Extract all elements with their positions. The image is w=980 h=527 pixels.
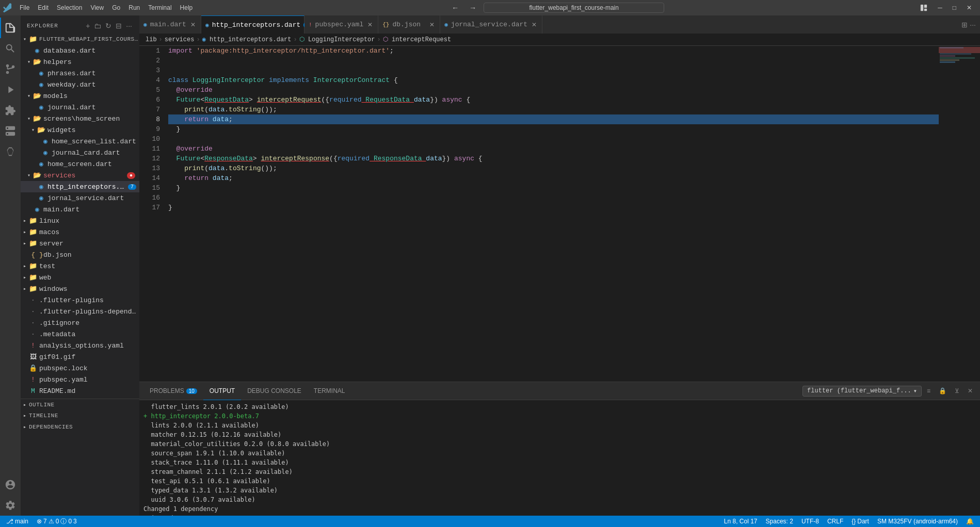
status-encoding[interactable]: UTF-8 <box>799 516 821 527</box>
panel-tab-output[interactable]: OUTPUT <box>203 382 241 400</box>
tab-close-button[interactable]: ✕ <box>531 20 538 29</box>
tree-section-outline[interactable]: ▸ OUTLINE <box>21 399 139 410</box>
tree-item-pubspec-yaml[interactable]: ▸ ! pubspec.yaml <box>21 374 139 385</box>
close-button[interactable]: ✕ <box>962 0 976 15</box>
tree-item-windows[interactable]: ▸ 📁 windows <box>21 283 139 294</box>
tree-section-dependencies[interactable]: ▸ DEPENDENCIES <box>21 421 139 433</box>
tab-jornal-service[interactable]: ◉ jornal_service.dart ✕ <box>440 15 542 34</box>
menu-edit[interactable]: Edit <box>34 0 53 15</box>
minimize-button[interactable]: ─ <box>934 0 946 15</box>
tab-main-dart[interactable]: ◉ main.dart ✕ <box>139 15 201 34</box>
refresh-button[interactable]: ↻ <box>104 21 113 31</box>
tree-root[interactable]: ▾ 📁 FLUTTER_WEBAPI_FIRST_COURSE-M... <box>21 34 139 45</box>
tab-pubspec-yaml[interactable]: ! pubspec.yaml ✕ <box>304 15 378 34</box>
tab-close-button[interactable]: ✕ <box>189 20 197 29</box>
breadcrumb-lib[interactable]: lib <box>146 36 157 43</box>
tree-item-test[interactable]: ▸ 📁 test <box>21 260 139 272</box>
more-tabs-button[interactable]: ··· <box>970 21 976 29</box>
status-notifications[interactable]: 🔔 <box>964 516 976 527</box>
tree-item-macos[interactable]: ▸ 📁 macos <box>21 226 139 238</box>
code-editor[interactable]: 1 2 3 4 5 6 7 8 9 10 11 12 13 14 15 16 1 <box>139 46 980 382</box>
tree-item-phrases-dart[interactable]: ▸ ◉ phrases.dart <box>21 68 139 79</box>
panel-popout-btn[interactable]: ⊻ <box>952 386 962 396</box>
split-editor-button[interactable]: ⊞ <box>961 21 968 29</box>
tree-section-timeline[interactable]: ▸ TIMELINE <box>21 410 139 421</box>
menu-run[interactable]: Run <box>124 0 144 15</box>
activity-explorer[interactable] <box>0 18 21 38</box>
tree-item-server[interactable]: ▸ 📁 server <box>21 238 139 249</box>
code-content[interactable]: import 'package:http_interceptor/http_in… <box>164 46 939 382</box>
back-button[interactable]: ← <box>448 3 462 13</box>
activity-remote[interactable] <box>0 121 21 141</box>
tree-item-screens[interactable]: ▾ 📂 screens\home_screen <box>21 113 139 124</box>
tree-item-weekday-dart[interactable]: ▸ ◉ weekday.dart <box>21 79 139 90</box>
tree-item-http-interceptors[interactable]: ▸ ◉ http_interceptors.dart 7 <box>21 181 139 192</box>
tree-item-db-json[interactable]: ▸ { } db.json <box>21 249 139 260</box>
panel-dropdown[interactable]: flutter (flutter_webapi_f... ▾ <box>802 386 922 397</box>
tab-close-button[interactable]: ✕ <box>366 20 374 29</box>
tree-item-gif01[interactable]: ▸ 🖼 gif01.gif <box>21 351 139 363</box>
tree-item-database-dart[interactable]: ▸ ◉ database.dart <box>21 45 139 56</box>
status-cursor-position[interactable]: Ln 8, Col 17 <box>722 516 760 527</box>
tree-item-flutter-plugins[interactable]: ▸ · .flutter-plugins <box>21 294 139 306</box>
status-device[interactable]: SM M325FV (android-arm64) <box>875 516 960 527</box>
panel-lock-btn[interactable]: 🔒 <box>936 386 950 396</box>
breadcrumb-class[interactable]: ⬡ LoggingInterceptor <box>299 36 375 43</box>
new-folder-button[interactable]: 🗀 <box>93 21 102 31</box>
tree-item-home-screen[interactable]: ▸ ◉ home_screen.dart <box>21 158 139 170</box>
tree-item-helpers[interactable]: ▾ 📂 helpers <box>21 56 139 68</box>
tree-item-main-dart[interactable]: ▸ ◉ main.dart <box>21 204 139 215</box>
tree-item-readme[interactable]: ▸ M README.md <box>21 385 139 397</box>
panel-lines-btn[interactable]: ≡ <box>924 386 934 396</box>
tree-item-gitignore[interactable]: ▸ · .gitignore <box>21 317 139 328</box>
activity-search[interactable] <box>0 38 21 59</box>
menu-selection[interactable]: Selection <box>53 0 86 15</box>
forward-button[interactable]: → <box>466 3 479 13</box>
tree-item-pubspec-lock[interactable]: ▸ 🔒 pubspec.lock <box>21 363 139 374</box>
breadcrumb-services[interactable]: services <box>165 36 195 43</box>
tree-item-analysis-options[interactable]: ▸ ! analysis_options.yaml <box>21 340 139 351</box>
menu-view[interactable]: View <box>86 0 108 15</box>
status-language[interactable]: {} Dart <box>849 516 871 527</box>
activity-account[interactable] <box>0 474 21 495</box>
tab-db-json[interactable]: {} db.json ✕ <box>378 15 440 34</box>
menu-terminal[interactable]: Terminal <box>144 0 175 15</box>
panel-tab-debug-console[interactable]: DEBUG CONSOLE <box>241 382 308 400</box>
breadcrumb-file[interactable]: ◉ http_interceptors.dart <box>202 36 292 43</box>
status-errors[interactable]: ⊗ 7 ⚠ 0 ⓘ 0 3 <box>35 516 79 527</box>
tree-item-flutter-plugins-deps[interactable]: ▸ · .flutter-plugins-dependencies <box>21 306 139 317</box>
activity-run[interactable] <box>0 79 21 100</box>
status-git-branch[interactable]: ⎇ main <box>4 516 30 527</box>
menu-file[interactable]: File <box>15 0 34 15</box>
tree-item-web[interactable]: ▸ 📁 web <box>21 272 139 283</box>
tree-item-home-screen-list[interactable]: ▸ ◉ home_screen_list.dart <box>21 136 139 147</box>
panel-close-btn[interactable]: ✕ <box>965 386 976 396</box>
new-file-button[interactable]: + <box>85 21 91 31</box>
activity-settings[interactable] <box>0 495 21 516</box>
tree-item-journal-card[interactable]: ▸ ◉ journal_card.dart <box>21 147 139 158</box>
panel-content[interactable]: flutter_lints 2.0.1 (2.0.2 available) + … <box>139 400 980 516</box>
activity-testing[interactable] <box>0 141 21 162</box>
search-bar[interactable]: flutter_webapi_first_course-main <box>484 3 664 13</box>
maximize-button[interactable]: □ <box>949 0 960 15</box>
activity-source-control[interactable] <box>0 59 21 79</box>
panel-tab-terminal[interactable]: TERMINAL <box>308 382 351 400</box>
tree-item-metadata[interactable]: ▸ · .metadata <box>21 328 139 340</box>
activity-extensions[interactable] <box>0 100 21 121</box>
tree-item-linux[interactable]: ▸ 📁 linux <box>21 215 139 226</box>
tree-item-jornal-service[interactable]: ▸ ◉ jornal_service.dart <box>21 192 139 204</box>
menu-help[interactable]: Help <box>176 0 197 15</box>
more-actions-button[interactable]: ··· <box>125 21 133 31</box>
tree-item-services[interactable]: ▾ 📂 services ● <box>21 170 139 181</box>
tree-item-models[interactable]: ▾ 📂 models <box>21 90 139 102</box>
breadcrumb-method[interactable]: ⬡ interceptRequest <box>383 36 451 43</box>
status-spaces[interactable]: Spaces: 2 <box>764 516 795 527</box>
layout-button[interactable] <box>916 0 931 15</box>
tab-http-interceptors[interactable]: ◉ http_interceptors.dart 7 ✕ <box>201 15 304 34</box>
collapse-all-button[interactable]: ⊟ <box>115 21 123 31</box>
status-line-ending[interactable]: CRLF <box>825 516 845 527</box>
tab-close-button[interactable]: ✕ <box>428 20 436 29</box>
tree-item-widgets[interactable]: ▾ 📂 widgets <box>21 124 139 136</box>
tree-item-journal-dart[interactable]: ▸ ◉ journal.dart <box>21 102 139 113</box>
panel-tab-problems[interactable]: PROBLEMS 10 <box>143 382 203 400</box>
